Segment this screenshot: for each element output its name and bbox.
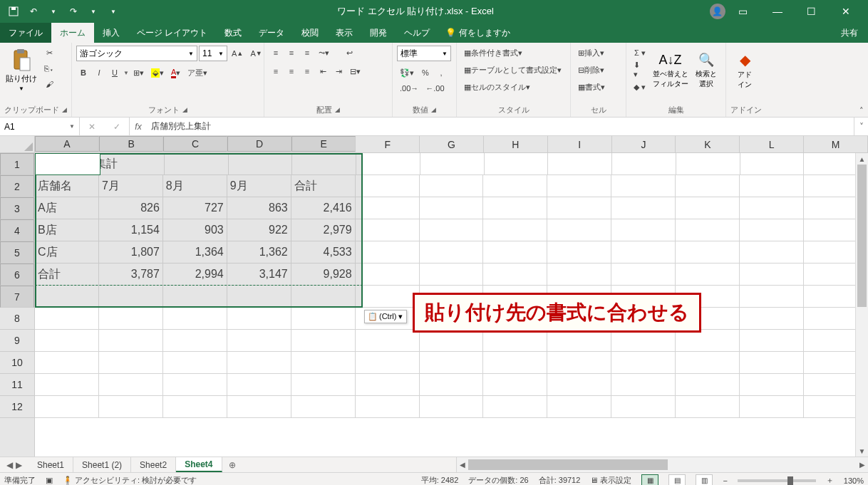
cell[interactable] <box>420 352 484 374</box>
sheet-tab[interactable]: Sheet4 <box>176 457 222 472</box>
share-button[interactable]: 共有 <box>831 23 868 43</box>
cell[interactable] <box>99 352 163 374</box>
collapse-ribbon-icon[interactable]: ˄ <box>859 106 864 115</box>
zoom-in-icon[interactable]: ＋ <box>826 475 834 485</box>
cell[interactable] <box>676 374 740 396</box>
clear-icon[interactable]: ◆ ▾ <box>631 80 649 94</box>
cell[interactable] <box>483 396 547 418</box>
account-icon[interactable]: 👤 <box>710 4 725 19</box>
tab-home[interactable]: ホーム <box>51 23 94 43</box>
col-header[interactable]: K <box>676 136 740 152</box>
font-size-select[interactable]: 11▼ <box>199 46 227 61</box>
col-header[interactable]: F <box>356 136 420 152</box>
page-break-view-icon[interactable]: ▥ <box>696 474 713 486</box>
tab-review[interactable]: 校閲 <box>293 23 327 43</box>
col-header[interactable]: H <box>484 136 548 152</box>
cell[interactable] <box>356 330 420 352</box>
fill-icon[interactable]: ⬇ ▾ <box>631 63 649 77</box>
cell[interactable] <box>356 219 420 241</box>
cell[interactable] <box>291 286 356 308</box>
cell[interactable] <box>547 219 611 241</box>
conditional-format-button[interactable]: ▦ 条件付き書式 ▾ <box>461 46 568 60</box>
merge-icon[interactable]: ⊟▾ <box>347 64 363 78</box>
page-layout-view-icon[interactable]: ▤ <box>668 474 686 486</box>
cell[interactable] <box>420 374 484 396</box>
cell[interactable] <box>356 286 420 308</box>
cell[interactable] <box>676 175 740 197</box>
cell[interactable]: 1,364 <box>163 241 227 264</box>
align-center-icon[interactable]: ≡ <box>284 64 299 78</box>
italic-button[interactable]: I <box>92 66 106 80</box>
cell[interactable] <box>740 374 804 396</box>
format-as-table-button[interactable]: ▦ テーブルとして書式設定 ▾ <box>461 63 568 77</box>
qat-customize-icon[interactable]: ▼ <box>105 4 121 19</box>
cell[interactable] <box>611 241 676 264</box>
bold-button[interactable]: B <box>76 66 91 80</box>
paste-button[interactable]: 貼り付け▼ <box>4 46 38 95</box>
cell[interactable] <box>547 352 611 374</box>
scroll-up-icon[interactable]: ▲ <box>856 153 868 165</box>
cell[interactable] <box>740 153 805 175</box>
addin-button[interactable]: ◆ アド イン <box>730 46 759 95</box>
tab-file[interactable]: ファイル <box>0 23 51 43</box>
scroll-thumb[interactable] <box>857 165 867 307</box>
tab-dev[interactable]: 開発 <box>361 23 396 43</box>
cell[interactable] <box>227 352 291 374</box>
select-all-corner[interactable] <box>0 136 34 153</box>
row-header[interactable]: 7 <box>0 286 34 308</box>
cell[interactable] <box>356 396 420 418</box>
cells-grid[interactable]: 店舗別売上集計 店舗名 7月 8月 9月 合計 A店 826 727 863 2… <box>35 153 868 418</box>
cell[interactable] <box>611 352 676 374</box>
cell[interactable]: 2,994 <box>163 264 227 286</box>
cell[interactable] <box>291 308 356 330</box>
cell[interactable]: 1,154 <box>99 219 163 241</box>
cell[interactable] <box>420 175 484 197</box>
cell[interactable] <box>483 330 547 352</box>
tellme-search[interactable]: 💡何をしますか <box>438 23 517 43</box>
cell[interactable]: 2,416 <box>291 197 356 219</box>
cell[interactable] <box>163 374 227 396</box>
decrease-decimal-icon[interactable]: ←.00 <box>423 81 447 95</box>
row-header[interactable]: 4 <box>0 219 34 241</box>
cell[interactable]: 826 <box>99 197 163 219</box>
cell[interactable] <box>547 264 611 286</box>
cell[interactable]: 合計 <box>35 264 99 286</box>
align-bottom-icon[interactable]: ≡ <box>300 46 314 60</box>
cell[interactable]: 9,928 <box>291 264 356 286</box>
cell[interactable] <box>99 308 163 330</box>
cell[interactable] <box>612 153 676 175</box>
row-header[interactable]: 5 <box>0 241 34 264</box>
col-header[interactable]: B <box>99 136 163 152</box>
qat-dropdown-icon[interactable]: ▼ <box>46 4 61 19</box>
cell[interactable] <box>356 352 420 374</box>
increase-decimal-icon[interactable]: .00→ <box>397 81 421 95</box>
cell[interactable]: B店 <box>35 219 99 241</box>
col-header[interactable]: I <box>548 136 612 152</box>
align-right-icon[interactable]: ≡ <box>300 64 314 78</box>
phonetic-button[interactable]: ア亜▾ <box>185 66 210 80</box>
cell[interactable]: 903 <box>163 219 227 241</box>
format-painter-button[interactable]: 🖌 <box>41 77 57 91</box>
cell[interactable] <box>676 241 740 264</box>
zoom-slider[interactable] <box>738 479 816 482</box>
cancel-formula-icon[interactable]: ✕ <box>88 122 95 132</box>
cell[interactable] <box>227 308 291 330</box>
cell[interactable]: 1,362 <box>227 241 291 264</box>
cell[interactable] <box>483 374 547 396</box>
launcher-icon[interactable]: ◢ <box>182 106 187 113</box>
cell[interactable] <box>547 396 611 418</box>
cell[interactable] <box>292 153 356 175</box>
accessibility-status[interactable]: 🧍 アクセシビリティ: 検討が必要です <box>63 475 197 485</box>
col-header[interactable]: A <box>35 136 99 152</box>
zoom-level[interactable]: 130% <box>844 476 864 485</box>
row-header[interactable]: 11 <box>0 374 34 396</box>
currency-icon[interactable]: 💱▾ <box>397 66 417 80</box>
cell[interactable] <box>611 374 676 396</box>
display-settings[interactable]: 🖥 表示設定 <box>590 475 631 485</box>
comma-icon[interactable]: , <box>434 66 448 80</box>
col-header[interactable]: G <box>420 136 484 152</box>
cell[interactable] <box>291 352 356 374</box>
cell[interactable] <box>740 264 804 286</box>
scroll-right-icon[interactable]: ▶ <box>857 461 868 469</box>
font-color-button[interactable]: A▾ <box>168 66 183 80</box>
